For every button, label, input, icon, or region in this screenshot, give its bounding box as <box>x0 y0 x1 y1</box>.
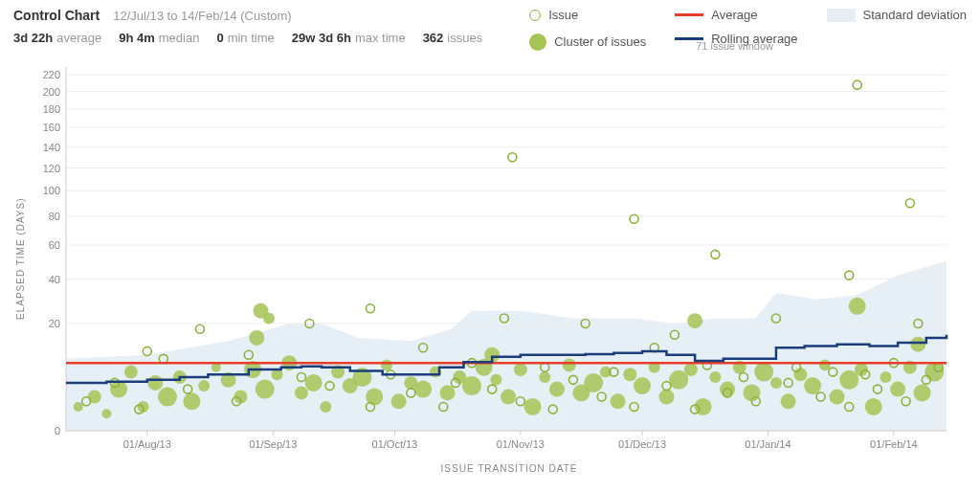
svg-text:01/Nov/13: 01/Nov/13 <box>497 438 545 450</box>
date-range: 12/Jul/13 to 14/Feb/14 (Custom) <box>113 9 291 23</box>
svg-point-93 <box>658 390 674 405</box>
svg-point-42 <box>88 391 101 404</box>
svg-text:0: 0 <box>55 425 60 436</box>
stat-max: 29w 3d 6hmax time <box>292 31 406 45</box>
svg-point-105 <box>804 377 821 394</box>
svg-text:140: 140 <box>43 142 60 153</box>
svg-point-91 <box>634 377 651 394</box>
svg-text:60: 60 <box>49 239 60 251</box>
legend-average: Average <box>675 8 797 22</box>
svg-point-84 <box>549 382 565 397</box>
svg-text:220: 220 <box>43 69 60 80</box>
svg-text:01/Feb/14: 01/Feb/14 <box>870 438 918 450</box>
svg-point-90 <box>623 368 636 381</box>
svg-text:120: 120 <box>43 163 60 174</box>
svg-point-112 <box>890 382 905 397</box>
legend-cluster: Cluster of issues <box>529 32 646 52</box>
stat-median: 9h 4mmedian <box>119 31 199 45</box>
issue-icon <box>529 10 541 21</box>
svg-point-70 <box>391 393 407 409</box>
svg-point-69 <box>381 359 392 370</box>
svg-point-56 <box>256 380 275 399</box>
svg-point-74 <box>440 385 456 400</box>
svg-point-50 <box>183 392 200 410</box>
svg-point-60 <box>249 330 264 346</box>
svg-text:01/Oct/13: 01/Oct/13 <box>372 438 418 450</box>
legend-stddev: Standard deviation <box>827 8 967 22</box>
svg-text:200: 200 <box>43 86 60 98</box>
svg-point-85 <box>563 358 576 371</box>
svg-point-103 <box>781 393 796 409</box>
stat-average: 3d 22haverage <box>13 31 101 45</box>
chart-plot-area[interactable]: 02040608010012014016018020022001/Aug/130… <box>28 57 967 459</box>
svg-point-107 <box>830 390 845 405</box>
svg-point-114 <box>914 384 931 401</box>
svg-point-72 <box>414 381 432 398</box>
svg-point-118 <box>910 337 925 352</box>
svg-point-63 <box>305 374 323 391</box>
svg-point-87 <box>584 373 603 392</box>
svg-point-83 <box>539 371 550 383</box>
svg-point-47 <box>147 375 163 391</box>
svg-point-59 <box>295 386 308 399</box>
svg-point-48 <box>158 388 177 407</box>
svg-point-64 <box>320 401 331 413</box>
svg-text:01/Sep/13: 01/Sep/13 <box>249 438 297 450</box>
svg-point-110 <box>865 398 882 415</box>
stat-min: 0min time <box>216 31 274 45</box>
svg-point-43 <box>101 409 111 418</box>
stats-row: 3d 22haverage 9h 4mmedian 0min time 29w … <box>13 31 482 45</box>
svg-point-101 <box>754 363 773 382</box>
svg-point-80 <box>514 363 527 376</box>
svg-point-51 <box>198 380 210 391</box>
svg-point-102 <box>770 377 782 389</box>
svg-point-76 <box>462 376 481 395</box>
svg-point-45 <box>124 366 138 379</box>
svg-point-89 <box>611 393 626 409</box>
cluster-icon <box>529 34 546 51</box>
svg-point-111 <box>880 371 891 383</box>
svg-text:180: 180 <box>43 103 60 115</box>
svg-point-41 <box>74 402 83 412</box>
svg-text:40: 40 <box>49 274 60 285</box>
chart-container: ELAPSED TIME (DAYS) 02040608010012014016… <box>13 57 967 459</box>
svg-text:01/Jan/14: 01/Jan/14 <box>745 438 791 450</box>
svg-point-116 <box>687 313 702 328</box>
svg-point-97 <box>709 371 721 383</box>
title-row: Control Chart 12/Jul/13 to 14/Feb/14 (Cu… <box>13 8 482 23</box>
svg-point-78 <box>490 374 501 386</box>
y-axis-label: ELAPSED TIME (DAYS) <box>13 57 28 459</box>
chart-legend: Issue Average Standard deviation Cluster… <box>529 8 967 52</box>
svg-point-81 <box>524 398 542 415</box>
svg-text:100: 100 <box>43 185 60 196</box>
svg-point-95 <box>684 363 698 376</box>
svg-text:20: 20 <box>49 318 60 329</box>
average-line-icon <box>675 13 703 16</box>
chart-title: Control Chart <box>13 8 100 23</box>
svg-text:01/Aug/13: 01/Aug/13 <box>123 438 171 450</box>
svg-point-117 <box>849 298 866 315</box>
header-left: Control Chart 12/Jul/13 to 14/Feb/14 (Cu… <box>13 8 482 45</box>
svg-point-79 <box>501 390 516 405</box>
svg-text:01/Dec/13: 01/Dec/13 <box>618 438 666 450</box>
svg-text:80: 80 <box>49 211 60 222</box>
control-chart-svg: 02040608010012014016018020022001/Aug/130… <box>28 57 956 459</box>
svg-text:160: 160 <box>43 122 60 133</box>
stat-issues: 362issues <box>423 31 483 45</box>
stddev-icon <box>827 9 856 22</box>
svg-point-62 <box>254 303 269 319</box>
x-axis-label: ISSUE TRANSITION DATE <box>52 463 967 474</box>
legend-issue: Issue <box>529 8 646 22</box>
chart-header: Control Chart 12/Jul/13 to 14/Feb/14 (Cu… <box>13 8 967 52</box>
